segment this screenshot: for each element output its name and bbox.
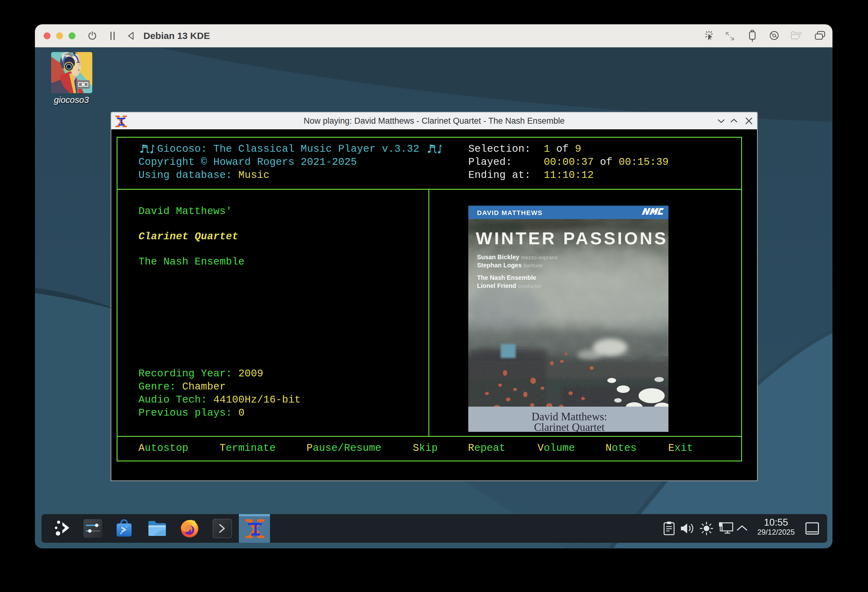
svg-text:Lionel Friend conductor: Lionel Friend conductor: [477, 282, 541, 289]
svg-text:DAVID MATTHEWS: DAVID MATTHEWS: [477, 209, 542, 216]
svg-text:Stephan Loges baritone: Stephan Loges baritone: [477, 262, 542, 269]
svg-text:The Nash Ensemble: The Nash Ensemble: [477, 274, 536, 281]
svg-text:WINTER PASSIONS: WINTER PASSIONS: [476, 228, 668, 248]
svg-text:Susan Bickley mezzo-soprano: Susan Bickley mezzo-soprano: [477, 253, 558, 261]
svg-text:Clarinet Quartet: Clarinet Quartet: [534, 421, 605, 432]
